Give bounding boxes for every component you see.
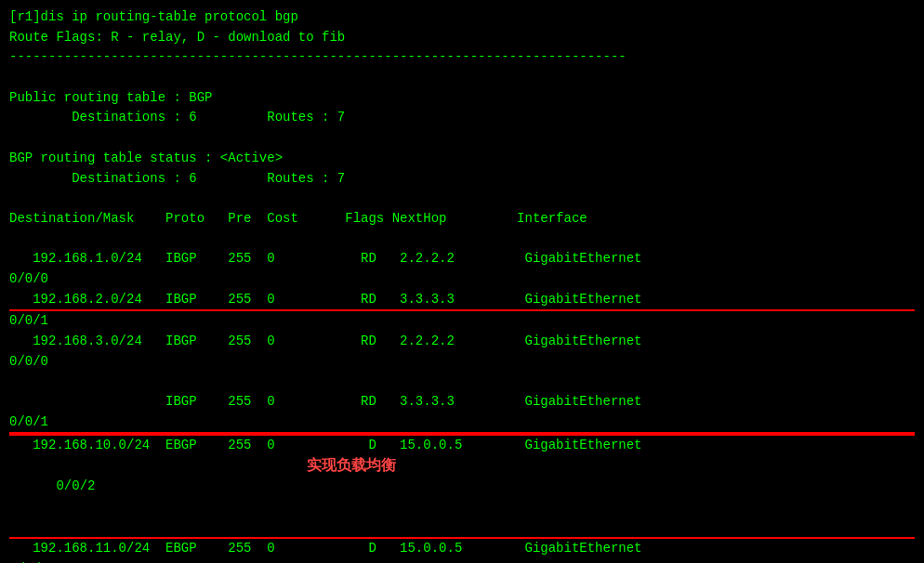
blank-line-4: [9, 229, 915, 250]
blank-line-2: [9, 128, 915, 149]
route-1-line-2: 0/0/0: [9, 269, 915, 290]
route-4-line-2: 0/0/2 实现负载均衡: [9, 456, 915, 537]
blank-line-1: [9, 68, 915, 88]
column-headers: Destination/Mask Proto Pre Cost Flags Ne…: [9, 209, 915, 229]
bgp-destinations: Destinations : 6 Routes : 7: [9, 169, 915, 190]
route-3-line-1: 192.168.3.0/24 IBGP 255 0 RD 2.2.2.2 Gig…: [9, 332, 915, 352]
terminal-window: [r1]dis ip routing-table protocol bgp Ro…: [0, 0, 924, 563]
pub-destinations: Destinations : 6 Routes : 7: [9, 108, 915, 128]
route-4-block: 192.168.10.0/24 EBGP 255 0 D 15.0.0.5 Gi…: [9, 434, 915, 538]
bgp-status-header: BGP routing table status : <Active>: [9, 149, 915, 169]
route-5-line-1: 192.168.11.0/24 EBGP 255 0 D 15.0.0.5 Gi…: [9, 539, 915, 559]
route-flags-line: Route Flags: R - relay, D - download to …: [9, 28, 915, 48]
route-2-line-1: 192.168.2.0/24 IBGP 255 0 RD 3.3.3.3 Gig…: [9, 290, 915, 310]
pub-routing-header: Public routing table : BGP: [9, 88, 915, 109]
route-4-line-1: 192.168.10.0/24 EBGP 255 0 D 15.0.0.5 Gi…: [9, 436, 915, 456]
command-line: [r1]dis ip routing-table protocol bgp: [9, 7, 915, 28]
route-2-line-2: 0/0/1: [9, 309, 915, 332]
route-3-line-2: 0/0/0: [9, 352, 915, 373]
chinese-label-load-balance: 实现负载均衡: [307, 454, 396, 478]
route-3-line-3: IBGP 255 0 RD 3.3.3.3 GigabitEthernet: [9, 392, 915, 412]
separator-line: ----------------------------------------…: [9, 47, 915, 68]
route-5-line-2: 0/0/2: [9, 559, 915, 563]
route-3-line-4: 0/0/1: [9, 412, 915, 435]
blank-line-3: [9, 189, 915, 209]
route-4-continue: 0/0/2: [56, 478, 95, 493]
route-1-line-1: 192.168.1.0/24 IBGP 255 0 RD 2.2.2.2 Gig…: [9, 249, 915, 269]
blank-line-5: [9, 372, 915, 392]
